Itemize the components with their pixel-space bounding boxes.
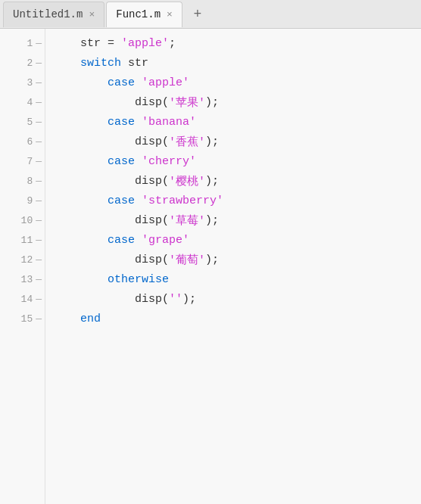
code-line: case 'grape' xyxy=(53,230,421,250)
line-dash: — xyxy=(36,38,42,49)
code-token xyxy=(135,76,142,89)
line-dash: — xyxy=(36,156,42,167)
line-number: 11— xyxy=(0,230,45,250)
code-token: otherwise xyxy=(108,273,169,286)
code-line: switch str xyxy=(53,53,421,73)
code-token xyxy=(53,116,108,129)
code-token xyxy=(53,234,108,247)
code-line: case 'strawberry' xyxy=(53,191,421,210)
code-token: ); xyxy=(205,254,219,266)
code-token: str xyxy=(121,57,148,70)
code-token: 'strawberry' xyxy=(142,194,223,207)
code-token xyxy=(53,155,108,168)
line-numbers: 1—2—3—4—5—6—7—8—9—10—11—12—13—14—15— xyxy=(0,29,45,504)
line-dash: — xyxy=(36,215,42,226)
line-dash: — xyxy=(36,117,42,128)
code-token xyxy=(53,57,80,70)
tab-close-button[interactable]: × xyxy=(167,10,173,20)
code-line: case 'banana' xyxy=(53,112,421,132)
line-number: 3— xyxy=(0,73,45,92)
code-token: '苹果' xyxy=(169,95,205,110)
code-token: '' xyxy=(169,293,182,306)
code-token: disp( xyxy=(53,135,169,148)
code-token: disp( xyxy=(53,96,169,109)
code-token xyxy=(53,273,108,286)
add-tab-button[interactable]: + xyxy=(187,4,208,25)
line-num-text: 14 xyxy=(19,294,33,305)
code-token: case xyxy=(108,194,135,207)
code-token xyxy=(135,155,142,168)
line-num-text: 4 xyxy=(19,97,33,108)
code-line: disp('葡萄'); xyxy=(53,250,421,269)
code-token: disp( xyxy=(53,214,169,227)
line-num-text: 5 xyxy=(19,117,33,128)
code-token xyxy=(135,234,142,247)
code-line: disp('香蕉'); xyxy=(53,132,421,151)
line-dash: — xyxy=(36,274,42,285)
code-token: ); xyxy=(182,293,196,306)
line-dash: — xyxy=(36,58,42,69)
tab-label: Untitled1.m xyxy=(13,8,83,20)
line-num-text: 3 xyxy=(19,77,33,89)
code-line: case 'cherry' xyxy=(53,151,421,171)
line-number: 1— xyxy=(0,33,45,53)
code-token xyxy=(53,313,80,325)
line-dash: — xyxy=(36,176,42,187)
code-token: ); xyxy=(205,214,219,227)
code-token: switch xyxy=(80,57,121,70)
line-number: 8— xyxy=(0,171,45,191)
code-line: case 'apple' xyxy=(53,73,421,92)
line-dash: — xyxy=(36,313,42,325)
line-dash: — xyxy=(36,77,42,89)
line-num-text: 10 xyxy=(19,215,33,226)
code-token: '香蕉' xyxy=(169,135,205,149)
line-num-text: 12 xyxy=(19,254,33,266)
tab-close-button[interactable]: × xyxy=(89,10,95,20)
code-line: disp(''); xyxy=(53,289,421,309)
code-token xyxy=(135,194,142,207)
line-num-text: 7 xyxy=(19,156,33,167)
code-token: str = xyxy=(53,37,121,50)
line-number: 14— xyxy=(0,289,45,309)
line-number: 12— xyxy=(0,250,45,269)
code-token: ; xyxy=(169,37,176,50)
code-token: ); xyxy=(205,175,219,188)
line-dash: — xyxy=(36,254,42,266)
line-num-text: 2 xyxy=(19,58,33,69)
line-dash: — xyxy=(36,97,42,108)
line-num-text: 1 xyxy=(19,38,33,49)
code-token xyxy=(53,76,108,89)
code-token: ); xyxy=(205,96,219,109)
code-token: disp( xyxy=(53,175,169,188)
code-line: otherwise xyxy=(53,269,421,289)
code-token: ); xyxy=(205,135,219,148)
line-num-text: 8 xyxy=(19,176,33,187)
code-token: disp( xyxy=(53,254,169,266)
line-number: 15— xyxy=(0,309,45,328)
line-number: 7— xyxy=(0,151,45,171)
code-token: '樱桃' xyxy=(169,174,205,188)
code-line: disp('苹果'); xyxy=(53,92,421,112)
tab-1[interactable]: Func1.m× xyxy=(106,2,182,27)
code-token: '草莓' xyxy=(169,213,205,228)
line-dash: — xyxy=(36,136,42,148)
line-number: 6— xyxy=(0,132,45,151)
line-number: 13— xyxy=(0,269,45,289)
tab-bar: Untitled1.m×Func1.m×+ xyxy=(0,0,421,29)
code-line: disp('樱桃'); xyxy=(53,171,421,191)
line-num-text: 6 xyxy=(19,136,33,148)
code-token xyxy=(135,116,142,129)
code-token: 'banana' xyxy=(142,116,196,129)
code-token: case xyxy=(108,76,135,89)
code-token: case xyxy=(108,155,135,168)
line-number: 2— xyxy=(0,53,45,73)
editor-container: Untitled1.m×Func1.m×+ 1—2—3—4—5—6—7—8—9—… xyxy=(0,0,421,504)
code-area: 1—2—3—4—5—6—7—8—9—10—11—12—13—14—15— str… xyxy=(0,29,421,504)
code-line: str = 'apple'; xyxy=(53,33,421,53)
code-token: end xyxy=(80,313,101,325)
line-number: 10— xyxy=(0,210,45,230)
code-token: case xyxy=(108,116,135,129)
tab-0[interactable]: Untitled1.m× xyxy=(3,2,104,27)
code-token: disp( xyxy=(53,293,169,306)
code-token: 'cherry' xyxy=(142,155,196,168)
